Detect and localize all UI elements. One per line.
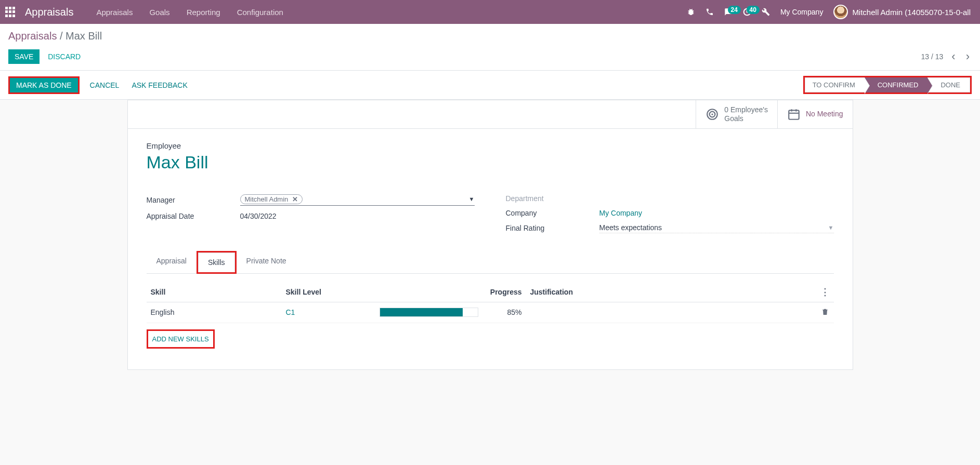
save-button[interactable]: Save: [8, 49, 40, 64]
form-sheet: 0 Employee's Goals No Meeting Employee M…: [127, 100, 853, 370]
status-done[interactable]: Done: [927, 77, 970, 92]
tab-appraisal[interactable]: Appraisal: [147, 251, 197, 273]
user-name: Mitchell Admin (14055070-15-0-all: [852, 8, 971, 17]
add-new-skills-button[interactable]: Add New Skills: [148, 331, 213, 347]
breadcrumb: Appraisals / Max Bill: [8, 30, 972, 42]
debug-icon[interactable]: [682, 8, 700, 16]
app-brand[interactable]: Appraisals: [25, 6, 73, 18]
control-panel: Appraisals / Max Bill Save Discard 13 / …: [0, 24, 980, 71]
trash-icon[interactable]: [821, 308, 829, 316]
skill-progress-text: 85%: [485, 302, 526, 323]
nav-configuration[interactable]: Configuration: [229, 8, 292, 17]
mark-as-done-button[interactable]: Mark as Done: [10, 78, 78, 92]
pager-next[interactable]: ›: [964, 50, 972, 63]
skill-progress-bar: [375, 302, 485, 323]
manager-field[interactable]: Mitchell Admin ✕ ▼: [240, 194, 475, 206]
status-to-confirm[interactable]: To Confirm: [805, 77, 865, 92]
discard-button[interactable]: Discard: [42, 49, 87, 64]
skill-level[interactable]: C1: [282, 302, 375, 323]
table-row[interactable]: English C1 85%: [147, 302, 834, 323]
top-navbar: Appraisals Appraisals Goals Reporting Co…: [0, 0, 980, 24]
status-bar: Mark as Done Cancel Ask Feedback To Conf…: [0, 71, 980, 100]
ask-feedback-button[interactable]: Ask Feedback: [129, 78, 189, 92]
remove-manager-icon[interactable]: ✕: [292, 195, 298, 203]
final-rating-field[interactable]: Meets expectations ▼: [599, 223, 834, 233]
col-progress-bar: [375, 282, 485, 302]
breadcrumb-parent[interactable]: Appraisals: [8, 30, 57, 42]
col-skill-level: Skill Level: [282, 282, 375, 302]
caret-down-icon[interactable]: ▼: [828, 224, 834, 231]
stat-meeting-button[interactable]: No Meeting: [777, 100, 853, 128]
nav-reporting[interactable]: Reporting: [178, 8, 229, 17]
apps-icon[interactable]: [4, 6, 17, 18]
cancel-button[interactable]: Cancel: [88, 78, 122, 92]
pager: 13 / 13 ‹ ›: [921, 50, 972, 63]
tab-skills[interactable]: Skills: [198, 253, 235, 272]
table-options-icon[interactable]: ⋮: [820, 287, 830, 297]
status-tracker: To Confirm Confirmed Done: [805, 77, 970, 92]
manager-label: Manager: [147, 196, 240, 204]
phone-icon[interactable]: [700, 8, 719, 16]
svg-point-3: [712, 113, 713, 115]
col-progress: Progress: [485, 282, 526, 302]
target-icon: [705, 108, 719, 121]
skills-table: Skill Skill Level Progress Justification…: [147, 282, 834, 323]
company-switcher[interactable]: My Company: [775, 8, 828, 16]
caret-down-icon[interactable]: ▼: [469, 196, 475, 202]
status-confirmed[interactable]: Confirmed: [865, 77, 928, 92]
appraisal-date-field[interactable]: 04/30/2022: [240, 212, 475, 220]
pager-prev[interactable]: ‹: [949, 50, 957, 63]
company-field[interactable]: My Company: [599, 209, 834, 217]
svg-rect-4: [789, 110, 799, 119]
manager-tag[interactable]: Mitchell Admin ✕: [240, 194, 303, 204]
final-rating-label: Final Rating: [506, 224, 599, 232]
col-justification: Justification: [526, 282, 816, 302]
activity-icon[interactable]: 40: [738, 8, 756, 16]
department-label: Department: [506, 194, 599, 203]
tab-private-note[interactable]: Private Note: [237, 251, 296, 273]
skill-justification[interactable]: [526, 302, 816, 323]
skill-name[interactable]: English: [147, 302, 282, 323]
chat-icon[interactable]: 24: [719, 8, 738, 16]
col-skill: Skill: [147, 282, 282, 302]
employee-name[interactable]: Max Bill: [147, 152, 834, 172]
user-menu[interactable]: Mitchell Admin (14055070-15-0-all: [828, 5, 976, 19]
nav-appraisals[interactable]: Appraisals: [88, 8, 141, 17]
breadcrumb-current: Max Bill: [66, 30, 102, 42]
nav-goals[interactable]: Goals: [141, 8, 178, 17]
user-avatar: [833, 5, 848, 19]
company-label: Company: [506, 209, 599, 217]
tabs: Appraisal Skills Private Note: [147, 251, 834, 274]
stat-goals-button[interactable]: 0 Employee's Goals: [696, 100, 777, 128]
tab-content-skills: Skill Skill Level Progress Justification…: [147, 274, 834, 357]
tools-icon[interactable]: [756, 8, 775, 16]
button-box: 0 Employee's Goals No Meeting: [128, 100, 853, 129]
appraisal-date-label: Appraisal Date: [147, 212, 240, 220]
employee-label: Employee: [147, 141, 834, 150]
pager-text: 13 / 13: [921, 52, 944, 61]
calendar-icon: [787, 108, 801, 121]
